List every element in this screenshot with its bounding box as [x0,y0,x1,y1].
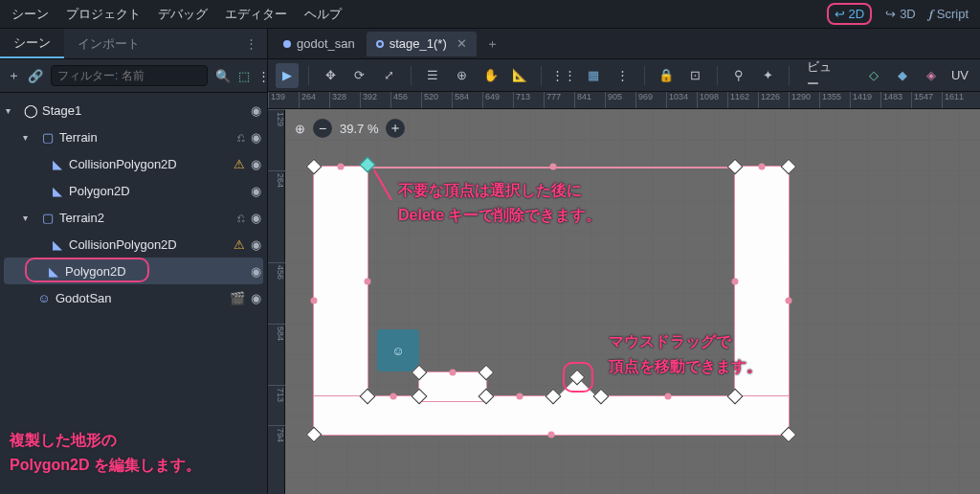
bone-button[interactable]: ⚲ [727,63,750,88]
viewport-area: godot_san stage_1(*) ✕ ＋ ▶ ✥ ⟳ ⤢ ☰ ⊕ ✋ 📐… [268,29,980,494]
panel-menu-icon[interactable]: ⋮ [235,29,267,58]
midpoint-dot[interactable] [311,298,318,304]
tree-node-stage1[interactable]: ▾ ◯ Stage1 ◉ [0,97,267,124]
midpoint-dot[interactable] [390,393,397,400]
tree-node-terrain[interactable]: ▾ ▢ Terrain ⎌◉ [0,124,267,150]
ruler-tool-button[interactable]: 📐 [508,63,531,88]
doc-tab-stage1[interactable]: stage_1(*) ✕ [367,32,477,56]
robot-icon: ☺ [36,290,52,305]
script-icon[interactable]: ⎌ [237,211,245,225]
mode-2d-button[interactable]: ↩ 2D [835,7,865,21]
poly-delete-button[interactable]: ◈ [919,63,944,88]
snap-dots-button[interactable]: ⋮⋮ [551,63,576,88]
visibility-icon[interactable]: ◉ [251,157,261,171]
midpoint-dot[interactable] [732,279,739,285]
visibility-icon[interactable]: ◉ [251,103,261,118]
polygon-icon: ◣ [50,236,65,252]
tab-scene[interactable]: シーン [0,29,64,58]
visibility-icon[interactable]: ◉ [251,237,261,252]
rotate-tool-button[interactable]: ⟳ [348,63,371,88]
visibility-icon[interactable]: ◉ [251,291,261,305]
select-tool-button[interactable]: ▶ [276,63,299,88]
polygon-icon: ◣ [46,263,61,279]
doc-tab-icon [283,40,291,48]
callout-vertex-highlight [563,362,593,393]
scene-tree: ▾ ◯ Stage1 ◉ ▾ ▢ Terrain ⎌◉ ◣ CollisionP… [0,93,267,494]
pan-tool-button[interactable]: ✋ [479,63,501,88]
tree-node-polygon2d-2[interactable]: ◣ Polygon2D ◉ [4,258,263,284]
clapper-icon[interactable]: 🎬 [230,291,245,305]
tree-node-collisionpolygon2d-2[interactable]: ◣ CollisionPolygon2D ⚠◉ [0,231,267,258]
tree-node-godotsan[interactable]: ☺ GodotSan 🎬◉ [0,284,267,311]
terrain-right-wall [735,167,789,435]
annotation-drag-hint: マウスドラッグで 頂点を移動できます。 [609,329,762,378]
annotation-delete-hint: 不要な頂点は選択した後に Delete キーで削除できます。 [398,178,601,227]
zoom-controls: ⊕ − 39.7 % ＋ [295,119,405,138]
center-icon[interactable]: ⊕ [295,122,305,136]
warning-icon: ⚠ [234,157,245,171]
midpoint-dot[interactable] [365,279,371,285]
polygon-icon: ◣ [50,183,65,198]
tab-import[interactable]: インポート [64,29,153,58]
poly-edit-button[interactable]: ◆ [890,63,915,88]
group-button[interactable]: ⊡ [683,63,706,88]
link-node-button[interactable]: 🔗 [28,65,43,86]
menu-debug[interactable]: デバッグ [158,6,208,23]
visibility-icon[interactable]: ◉ [251,130,261,145]
menu-help[interactable]: ヘルプ [304,6,342,23]
chevron-down-icon[interactable]: ▾ [6,105,19,116]
midpoint-dot[interactable] [786,298,792,304]
godot-sprite[interactable]: ☺ [377,329,419,371]
tree-node-collisionpolygon2d-1[interactable]: ◣ CollisionPolygon2D ⚠◉ [0,150,267,177]
menu-scene[interactable]: シーン [11,6,49,23]
annotation-line [373,169,392,200]
pivot-tool-button[interactable]: ⊕ [450,63,473,88]
midpoint-dot[interactable] [550,164,557,170]
menu-editor[interactable]: エディター [225,6,287,23]
doc-tab-godot-san[interactable]: godot_san [274,32,365,56]
zoom-out-button[interactable]: − [313,119,332,138]
canvas-2d[interactable]: ⊕ − 39.7 % ＋ [285,109,980,494]
list-tool-button[interactable]: ☰ [421,63,444,88]
search-button[interactable]: 🔍 [215,65,231,86]
midpoint-dot[interactable] [450,370,457,376]
zoom-in-button[interactable]: ＋ [386,119,405,138]
visibility-icon[interactable]: ◉ [251,264,261,279]
visibility-icon[interactable]: ◉ [251,184,261,198]
node-square-icon: ▢ [40,129,56,145]
move-tool-button[interactable]: ✥ [319,63,342,88]
scale-tool-button[interactable]: ⤢ [377,63,400,88]
midpoint-dot[interactable] [548,432,555,438]
snap-grid-button[interactable]: ▦ [582,63,605,88]
close-icon[interactable]: ✕ [457,36,467,51]
midpoint-dot[interactable] [665,393,672,400]
midpoint-dot[interactable] [338,164,345,170]
misc-tool-button[interactable]: ✦ [756,63,779,88]
zoom-level-label: 39.7 % [340,122,378,136]
filter-input[interactable] [51,65,208,86]
mode-script-button[interactable]: 𝒇 Script [929,7,969,22]
chevron-down-icon[interactable]: ▾ [23,213,36,223]
ruler-horizontal: 139 264 328 392 456 520 584 649 713 777 … [268,92,980,109]
snap-options-button[interactable]: ⋮ [611,63,634,88]
doc-tab-icon [376,40,384,48]
midpoint-dot[interactable] [517,393,523,400]
add-node-button[interactable]: ＋ [8,65,20,86]
lock-button[interactable]: 🔒 [655,63,678,88]
tree-node-polygon2d-1[interactable]: ◣ Polygon2D ◉ [0,177,267,204]
add-tab-button[interactable]: ＋ [479,35,506,53]
node-circle-icon: ◯ [23,102,38,118]
viewport-toolbar: ▶ ✥ ⟳ ⤢ ☰ ⊕ ✋ 📐 ⋮⋮ ▦ ⋮ 🔒 ⊡ ⚲ ✦ ビュー ◇ [268,59,980,92]
visibility-icon[interactable]: ◉ [251,211,261,225]
chevron-down-icon[interactable]: ▾ [23,132,36,143]
uv-button[interactable]: UV [947,63,972,88]
tree-node-terrain2[interactable]: ▾ ▢ Terrain2 ⎌◉ [0,204,267,231]
mode-3d-button[interactable]: ↪ 3D [885,7,916,21]
view-menu-button[interactable]: ビュー [799,58,850,93]
midpoint-dot[interactable] [759,164,766,170]
annotation-left: 複製した地形の Polygon2D を編集します。 [10,428,201,477]
poly-create-button[interactable]: ◇ [861,63,886,88]
script-icon[interactable]: ⎌ [237,130,245,145]
menu-project[interactable]: プロジェクト [66,6,141,23]
tree-tool-button[interactable]: ⬚ [238,65,250,86]
